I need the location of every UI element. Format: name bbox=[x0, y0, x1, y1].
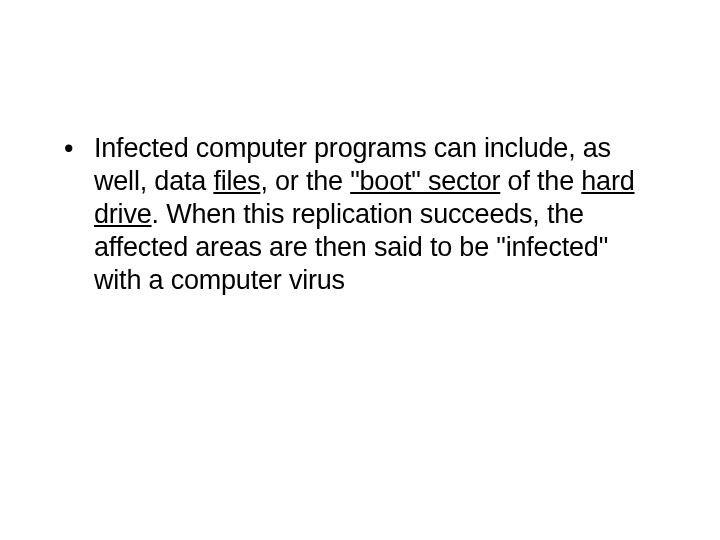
bullet-text-segment: of the bbox=[500, 166, 581, 196]
link-boot-sector[interactable]: "boot" sector bbox=[350, 166, 500, 196]
slide: Infected computer programs can include, … bbox=[0, 0, 720, 540]
bullet-item: Infected computer programs can include, … bbox=[60, 132, 660, 297]
link-files[interactable]: files bbox=[213, 166, 260, 196]
bullet-text-segment: . When this replication succeeds, the af… bbox=[94, 199, 608, 295]
bullet-list: Infected computer programs can include, … bbox=[60, 132, 660, 297]
bullet-text-segment: , or the bbox=[260, 166, 350, 196]
